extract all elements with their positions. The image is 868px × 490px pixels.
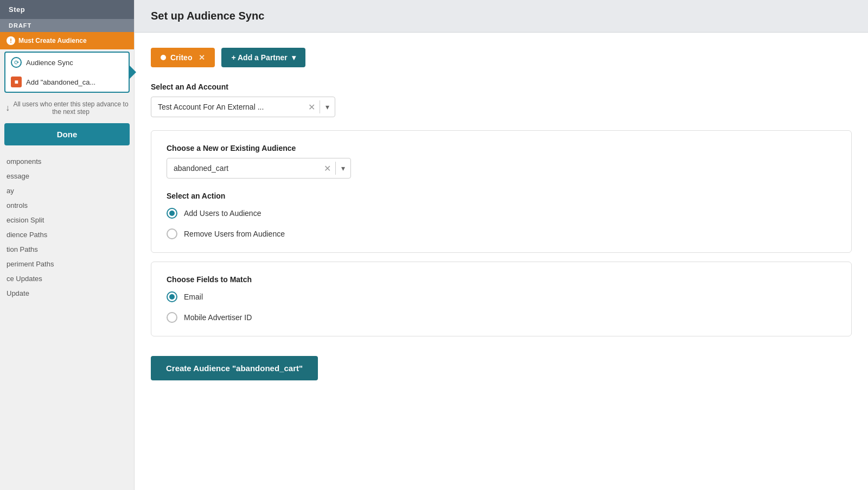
fields-match-label: Choose Fields to Match [167,275,836,284]
sidebar: Step DRAFT ! Must Create Audience ⟳ Audi… [0,0,135,490]
sidebar-item-components[interactable]: omponents [4,154,130,169]
criteo-label: Criteo [170,53,192,62]
add-partner-label: + Add a Partner [231,53,287,62]
ad-account-select[interactable]: Test Account For An External ... ✕ ▾ [151,97,335,117]
select-action-label: Select an Action [167,192,836,200]
done-button[interactable]: Done [4,123,130,145]
audience-clear-icon[interactable]: ✕ [320,163,335,174]
sidebar-item-experiment-paths[interactable]: periment Paths [4,257,130,271]
must-create-banner: ! Must Create Audience [0,32,134,49]
fields-match-card: Choose Fields to Match Email Mobile Adve… [151,262,852,336]
remove-users-option[interactable]: Remove Users from Audience [167,228,836,239]
sidebar-item-message[interactable]: essage [4,169,130,183]
sidebar-item-audience-paths[interactable]: dience Paths [4,227,130,242]
draft-badge: DRAFT [0,19,134,32]
create-audience-button[interactable]: Create Audience "abandoned_cart" [151,356,318,380]
sidebar-item-update[interactable]: Update [4,286,130,301]
main-content-area: Set up Audience Sync Criteo ✕ + Add a Pa… [135,0,868,490]
audience-value: abandoned_cart [167,158,320,178]
down-arrow-icon: ↓ [5,103,10,113]
add-icon: ■ [11,77,22,87]
main-header: Set up Audience Sync [135,0,868,33]
must-create-label: Must Create Audience [18,37,87,44]
remove-users-radio[interactable] [167,228,177,239]
divider-text: ↓ All users who enter this step advance … [0,95,134,121]
add-users-radio[interactable] [167,208,177,219]
audience-sync-label: Audience Sync [26,59,73,67]
sidebar-item-action-paths[interactable]: tion Paths [4,242,130,257]
chevron-right-indicator [129,65,136,80]
sync-icon: ⟳ [11,57,22,68]
sidebar-item-controls[interactable]: ontrols [4,198,130,213]
sidebar-item-delay[interactable]: ay [4,183,130,198]
ad-account-value: Test Account For An External ... [151,97,304,117]
mobile-option[interactable]: Mobile Advertiser ID [167,312,836,323]
audience-select[interactable]: abandoned_cart ✕ ▾ [167,158,351,179]
audience-action-card: Choose a New or Existing Audience abando… [151,130,852,253]
sidebar-item-decision-split[interactable]: ecision Split [4,213,130,227]
step-header: Step [0,0,134,19]
main-body: Criteo ✕ + Add a Partner ▾ Select an Ad … [135,33,868,490]
criteo-button[interactable]: Criteo ✕ [151,48,215,67]
sidebar-menu: omponents essage ay ontrols ecision Spli… [0,154,134,301]
add-label: Add "abandoned_ca... [26,78,95,86]
mobile-label: Mobile Advertiser ID [184,313,252,322]
add-users-option[interactable]: Add Users to Audience [167,208,836,219]
mobile-radio[interactable] [167,312,177,323]
email-radio-fill [169,294,175,300]
partner-row: Criteo ✕ + Add a Partner ▾ [151,48,852,67]
criteo-dot-icon [161,55,166,60]
add-partner-button[interactable]: + Add a Partner ▾ [221,48,305,67]
chevron-down-icon: ▾ [292,53,296,62]
email-option[interactable]: Email [167,291,836,302]
email-label: Email [184,292,203,301]
sidebar-item-updates[interactable]: ce Updates [4,271,130,286]
step-item-container: ⟳ Audience Sync ■ Add "abandoned_ca... [4,52,130,93]
criteo-remove-icon[interactable]: ✕ [199,53,205,62]
choose-audience-label: Choose a New or Existing Audience [167,144,836,152]
email-radio[interactable] [167,291,177,302]
warning-icon: ! [7,36,15,45]
ad-account-chevron-icon[interactable]: ▾ [320,103,335,111]
page-title: Set up Audience Sync [151,10,852,22]
audience-sync-row[interactable]: ⟳ Audience Sync [5,53,129,72]
add-audience-row[interactable]: ■ Add "abandoned_ca... [5,72,129,92]
add-users-radio-fill [169,211,175,216]
ad-account-clear-icon[interactable]: ✕ [304,102,320,112]
action-radio-group: Add Users to Audience Remove Users from … [167,208,836,239]
remove-users-label: Remove Users from Audience [184,230,285,238]
ad-account-label: Select an Ad Account [151,82,852,91]
add-users-label: Add Users to Audience [184,209,261,218]
fields-radio-group: Email Mobile Advertiser ID [167,291,836,323]
audience-chevron-icon[interactable]: ▾ [336,164,350,173]
